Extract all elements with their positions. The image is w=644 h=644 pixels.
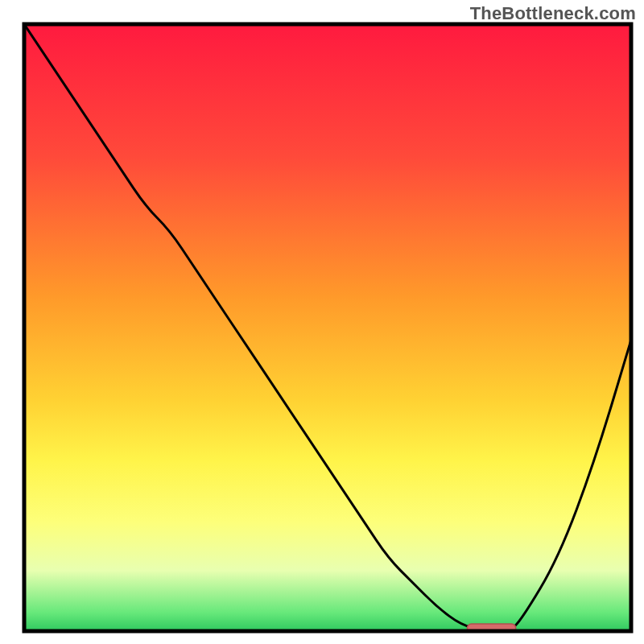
gradient-background	[24, 24, 631, 631]
attribution-label: TheBottleneck.com	[470, 3, 636, 24]
bottleneck-chart: TheBottleneck.com	[0, 0, 644, 644]
chart-canvas	[0, 0, 644, 644]
